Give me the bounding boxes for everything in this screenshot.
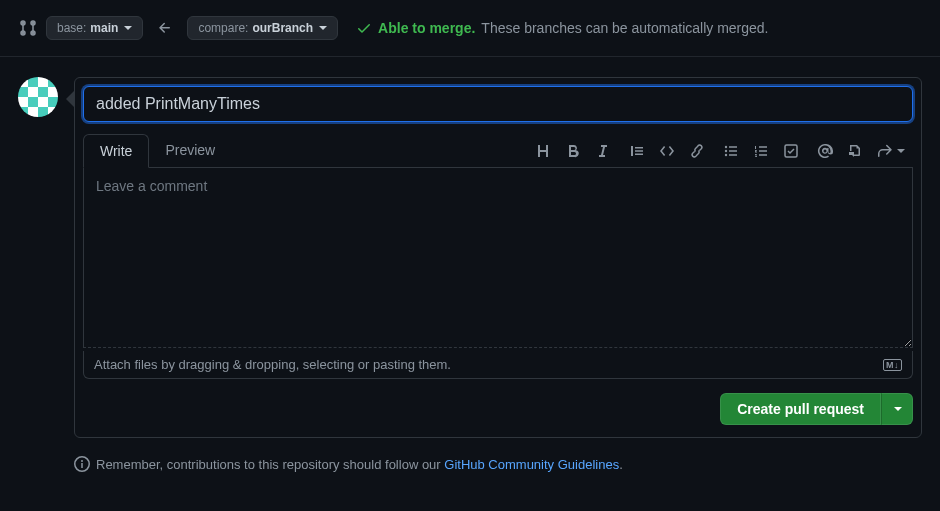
caret-down-icon: [124, 26, 132, 30]
bold-icon[interactable]: [565, 143, 581, 159]
guidelines-notice: Remember, contributions to this reposito…: [74, 456, 940, 472]
heading-icon[interactable]: [535, 143, 551, 159]
guidelines-link[interactable]: GitHub Community Guidelines: [444, 457, 619, 472]
create-pull-request-dropdown[interactable]: [881, 393, 913, 425]
compare-branch-selector[interactable]: compare: ourBranch: [187, 16, 338, 40]
attach-bar[interactable]: Attach files by dragging & dropping, sel…: [83, 351, 913, 379]
tab-write[interactable]: Write: [83, 134, 149, 168]
branch-compare-bar: base: main compare: ourBranch Able to me…: [0, 0, 940, 57]
git-compare-icon: [20, 20, 36, 36]
guidelines-text-before: Remember, contributions to this reposito…: [96, 457, 444, 472]
check-icon: [356, 20, 372, 36]
unordered-list-icon[interactable]: [723, 143, 739, 159]
link-icon[interactable]: [689, 143, 705, 159]
avatar: [18, 77, 58, 117]
svg-point-6: [725, 153, 727, 155]
guidelines-text-after: .: [619, 457, 623, 472]
merge-status: Able to merge. These branches can be aut…: [356, 20, 768, 36]
reply-icon[interactable]: [877, 143, 905, 159]
compare-label: compare:: [198, 21, 248, 35]
tasklist-icon[interactable]: [783, 143, 799, 159]
svg-point-4: [725, 145, 727, 147]
markdown-icon[interactable]: M↓: [883, 359, 902, 371]
ordered-list-icon[interactable]: [753, 143, 769, 159]
caret-down-icon: [894, 407, 902, 411]
formatting-toolbar: [535, 143, 913, 159]
caret-down-icon: [319, 26, 327, 30]
italic-icon[interactable]: [595, 143, 611, 159]
attach-text: Attach files by dragging & dropping, sel…: [94, 357, 451, 372]
comment-box: Write Preview: [74, 77, 922, 438]
quote-icon[interactable]: [629, 143, 645, 159]
base-label: base:: [57, 21, 86, 35]
code-icon[interactable]: [659, 143, 675, 159]
create-pull-request-button[interactable]: Create pull request: [720, 393, 881, 425]
base-value: main: [90, 21, 118, 35]
info-icon: [74, 456, 90, 472]
pr-title-input[interactable]: [83, 86, 913, 122]
svg-point-5: [725, 149, 727, 151]
merge-ok-text: Able to merge.: [378, 20, 475, 36]
merge-detail-text: These branches can be automatically merg…: [481, 20, 768, 36]
compare-value: ourBranch: [252, 21, 313, 35]
comment-textarea[interactable]: [83, 168, 913, 348]
base-branch-selector[interactable]: base: main: [46, 16, 143, 40]
mention-icon[interactable]: [817, 143, 833, 159]
arrow-left-icon: [153, 20, 177, 36]
cross-reference-icon[interactable]: [847, 143, 863, 159]
editor-tabs: Write Preview: [83, 134, 231, 167]
tab-preview[interactable]: Preview: [149, 134, 231, 167]
caret-down-icon: [897, 149, 905, 153]
